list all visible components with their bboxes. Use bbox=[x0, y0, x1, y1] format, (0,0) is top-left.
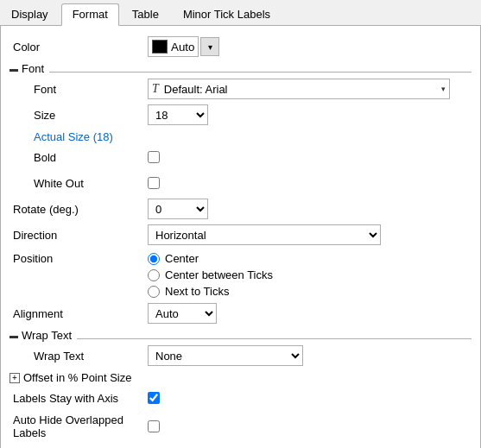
actual-size-link[interactable]: Actual Size (18) bbox=[9, 130, 472, 143]
white-out-label: White Out bbox=[9, 177, 148, 190]
font-label: Font bbox=[9, 83, 148, 96]
size-row: Size 18 bbox=[9, 104, 472, 125]
font-selector[interactable]: T Default: Arial ▾ bbox=[148, 79, 450, 99]
direction-label: Direction bbox=[9, 229, 148, 242]
white-out-checkbox[interactable] bbox=[148, 177, 160, 189]
wrap-text-select[interactable]: None Word Character bbox=[148, 345, 303, 366]
labels-stay-label: Labels Stay with Axis bbox=[9, 392, 148, 405]
tab-bar: Display Format Table Minor Tick Labels bbox=[0, 0, 481, 26]
alignment-label: Alignment bbox=[9, 307, 148, 320]
font-section-line bbox=[49, 65, 472, 73]
labels-stay-checkbox[interactable] bbox=[148, 392, 160, 404]
font-row: Font T Default: Arial ▾ bbox=[9, 79, 472, 99]
bold-label: Bold bbox=[9, 151, 148, 164]
alignment-row: Alignment Auto Left Center Right bbox=[9, 303, 472, 324]
auto-hide-row: Auto Hide Overlapped Labels bbox=[9, 413, 472, 439]
rotate-row: Rotate (deg.) 0 bbox=[9, 199, 472, 219]
position-between-radio[interactable] bbox=[148, 269, 160, 281]
labels-stay-row: Labels Stay with Axis bbox=[9, 388, 472, 408]
position-next-radio[interactable] bbox=[148, 286, 160, 298]
direction-select[interactable]: Horizontal Vertical Perpendicular bbox=[148, 224, 381, 245]
content-panel: Color Auto ▾ ▬ Font Font T Default: Aria… bbox=[0, 26, 481, 448]
wrap-text-label: Wrap Text bbox=[9, 350, 148, 363]
rotate-select[interactable]: 0 bbox=[148, 199, 208, 219]
position-label: Position bbox=[9, 252, 148, 265]
size-select[interactable]: 18 bbox=[148, 104, 208, 125]
font-dropdown-arrow: ▾ bbox=[441, 85, 446, 93]
font-section-header: ▬ Font bbox=[9, 62, 472, 75]
font-collapse-icon[interactable]: ▬ bbox=[9, 64, 18, 73]
color-container: Auto ▾ bbox=[148, 36, 219, 57]
alignment-select[interactable]: Auto Left Center Right bbox=[148, 303, 217, 324]
wrap-text-row: Wrap Text None Word Character bbox=[9, 345, 472, 366]
bold-row: Bold bbox=[9, 147, 472, 167]
tab-table[interactable]: Table bbox=[121, 3, 170, 25]
wrap-section-line bbox=[77, 331, 472, 339]
position-center-radio[interactable] bbox=[148, 253, 160, 265]
tab-display[interactable]: Display bbox=[0, 3, 60, 25]
position-next-row: Next to Ticks bbox=[148, 285, 273, 298]
position-radio-group: Center Center between Ticks Next to Tick… bbox=[148, 252, 273, 298]
position-center-label: Center bbox=[165, 252, 199, 265]
position-next-label: Next to Ticks bbox=[165, 285, 229, 298]
auto-hide-label: Auto Hide Overlapped Labels bbox=[9, 413, 148, 439]
position-between-label: Center between Ticks bbox=[165, 268, 273, 281]
tab-format[interactable]: Format bbox=[61, 3, 119, 26]
wrap-collapse-icon[interactable]: ▬ bbox=[9, 331, 18, 340]
color-value: Auto bbox=[171, 41, 194, 54]
rotate-label: Rotate (deg.) bbox=[9, 203, 148, 216]
color-swatch-button[interactable]: Auto bbox=[148, 36, 199, 57]
position-between-row: Center between Ticks bbox=[148, 268, 273, 281]
font-value: Default: Arial bbox=[164, 83, 228, 96]
color-dropdown-button[interactable]: ▾ bbox=[200, 37, 219, 56]
color-swatch bbox=[152, 40, 168, 54]
wrap-section-header: ▬ Wrap Text bbox=[9, 329, 472, 342]
color-row: Color Auto ▾ bbox=[9, 36, 472, 57]
color-label: Color bbox=[9, 41, 148, 54]
white-out-row: White Out bbox=[9, 173, 472, 193]
offset-section-header: + Offset in % Point Size bbox=[9, 371, 472, 384]
position-center-row: Center bbox=[148, 252, 273, 265]
font-icon: T bbox=[152, 82, 159, 96]
offset-expand-icon[interactable]: + bbox=[9, 373, 20, 383]
offset-section-title: Offset in % Point Size bbox=[23, 371, 132, 384]
auto-hide-checkbox[interactable] bbox=[148, 420, 160, 432]
tab-minor-tick-labels[interactable]: Minor Tick Labels bbox=[172, 3, 282, 25]
position-row: Position Center Center between Ticks Nex… bbox=[9, 250, 472, 298]
size-label: Size bbox=[9, 109, 148, 122]
font-section-title: Font bbox=[22, 62, 44, 75]
direction-row: Direction Horizontal Vertical Perpendicu… bbox=[9, 224, 472, 245]
bold-checkbox[interactable] bbox=[148, 151, 160, 163]
wrap-section-title: Wrap Text bbox=[22, 329, 72, 342]
